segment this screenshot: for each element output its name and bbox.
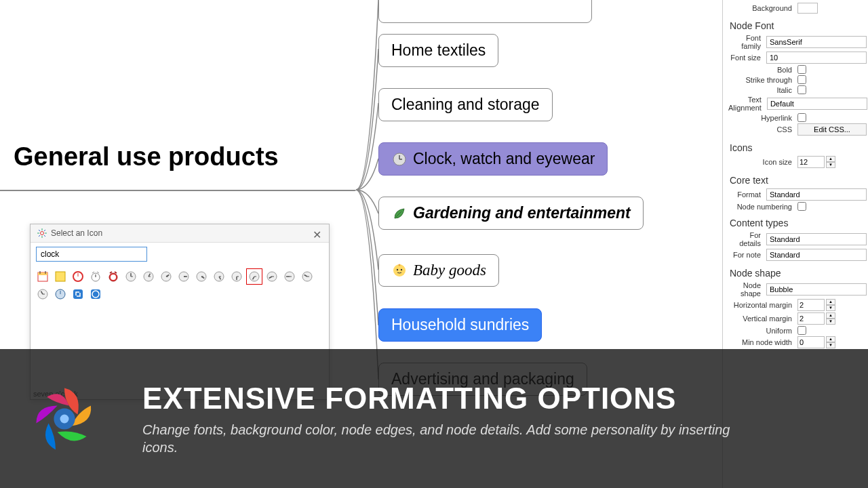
for-details-select[interactable]	[766, 233, 867, 245]
clock-11-icon[interactable]	[299, 268, 315, 285]
dialog-header: Select an Icon ✕	[31, 224, 329, 243]
root-node[interactable]: General use products	[14, 142, 279, 171]
promo-overlay: EXTENSIVE FORMATTING OPTIONS Change font…	[0, 349, 868, 488]
italic-checkbox[interactable]	[797, 85, 806, 94]
hyperlink-checkbox[interactable]	[797, 113, 806, 122]
node-partial-top[interactable]: ⠀⠀⠀⠀⠀⠀⠀⠀⠀⠀⠀⠀⠀⠀⠀⠀⠀⠀⠀⠀⠀	[378, 0, 592, 23]
clock-3-icon[interactable]	[158, 268, 174, 285]
refresh-icon[interactable]	[70, 286, 86, 302]
svg-point-4	[393, 264, 406, 277]
for-note-select[interactable]	[766, 249, 867, 261]
min-width-input[interactable]	[797, 336, 825, 348]
sticky-note-icon[interactable]	[52, 268, 68, 285]
dialog-title: Select an Icon	[51, 228, 313, 238]
icon-search-input[interactable]	[36, 247, 147, 262]
root-edge	[0, 190, 356, 191]
alarm-clock-icon[interactable]	[87, 268, 104, 285]
node-font-section: Node Font	[728, 20, 868, 31]
clock-4-icon[interactable]	[176, 268, 192, 285]
node-baby-goods[interactable]: Baby goods	[378, 254, 499, 287]
font-size-input[interactable]	[766, 52, 867, 64]
red-alarm-icon[interactable]	[105, 268, 121, 285]
core-text-section: Core text	[728, 175, 868, 186]
font-family-select[interactable]	[766, 36, 867, 48]
svg-line-16	[44, 230, 45, 231]
close-icon[interactable]: ✕	[313, 228, 322, 238]
svg-point-6	[401, 269, 402, 270]
clock-1-icon[interactable]	[123, 268, 139, 285]
calendar-icon[interactable]	[35, 268, 51, 285]
svg-rect-21	[56, 272, 65, 281]
promo-subtitle: Change fonts, background color, node edg…	[142, 421, 753, 456]
baby-icon	[391, 262, 408, 279]
text-align-select[interactable]	[767, 98, 867, 110]
node-gardening-entertainment[interactable]: Gardening and entertainment	[378, 197, 644, 230]
spin-up[interactable]: ▲	[826, 156, 835, 162]
clock-9-icon[interactable]	[264, 268, 280, 285]
clock-icon	[391, 151, 408, 167]
bold-checkbox[interactable]	[797, 65, 806, 74]
clock-7-icon[interactable]	[229, 268, 245, 285]
hmargin-input[interactable]	[797, 299, 825, 311]
clock-5-icon[interactable]	[193, 268, 210, 285]
spin-down[interactable]: ▼	[826, 162, 835, 168]
clock-12-icon[interactable]	[35, 286, 51, 302]
leaf-icon	[391, 205, 408, 222]
promo-title: EXTENSIVE FORMATTING OPTIONS	[142, 382, 753, 415]
svg-line-13	[39, 230, 40, 231]
stop-clock-icon[interactable]	[70, 268, 86, 285]
clock-6-icon[interactable]	[211, 268, 227, 285]
icon-grid	[31, 266, 329, 305]
node-cleaning-storage[interactable]: Cleaning and storage	[378, 88, 553, 121]
gear-icon	[37, 228, 47, 238]
content-types-section: Content types	[728, 218, 868, 228]
node-numbering-checkbox[interactable]	[797, 202, 806, 211]
svg-line-14	[44, 235, 45, 237]
svg-point-7	[399, 264, 401, 266]
clock-blue-icon[interactable]	[52, 286, 68, 302]
sync-icon[interactable]	[87, 286, 104, 302]
clock-8-icon[interactable]	[246, 268, 262, 285]
app-logo	[20, 375, 108, 463]
vmargin-input[interactable]	[797, 312, 825, 325]
svg-point-69	[60, 414, 69, 423]
node-shape-select[interactable]	[766, 283, 867, 296]
svg-point-8	[41, 232, 44, 235]
format-select[interactable]	[766, 188, 867, 201]
background-swatch[interactable]	[797, 3, 818, 14]
svg-rect-18	[38, 272, 47, 275]
uniform-checkbox[interactable]	[797, 326, 806, 335]
icons-section: Icons	[728, 142, 868, 153]
svg-rect-66	[73, 289, 83, 299]
node-clock-watch-eyewear[interactable]: Clock, watch and eyewear	[378, 142, 608, 176]
node-household-sundries[interactable]: Household sundries	[378, 308, 542, 342]
strike-checkbox[interactable]	[797, 75, 806, 84]
clock-10-icon[interactable]	[281, 268, 298, 285]
node-home-textiles[interactable]: Home textiles	[378, 34, 498, 67]
node-shape-section: Node shape	[728, 268, 868, 279]
background-label: Background	[728, 4, 797, 12]
clock-2-icon[interactable]	[140, 268, 157, 285]
svg-line-15	[39, 235, 40, 237]
svg-point-27	[111, 274, 116, 280]
icon-size-input[interactable]	[797, 156, 825, 168]
edit-css-button[interactable]: Edit CSS...	[797, 123, 867, 136]
svg-point-5	[397, 269, 398, 270]
